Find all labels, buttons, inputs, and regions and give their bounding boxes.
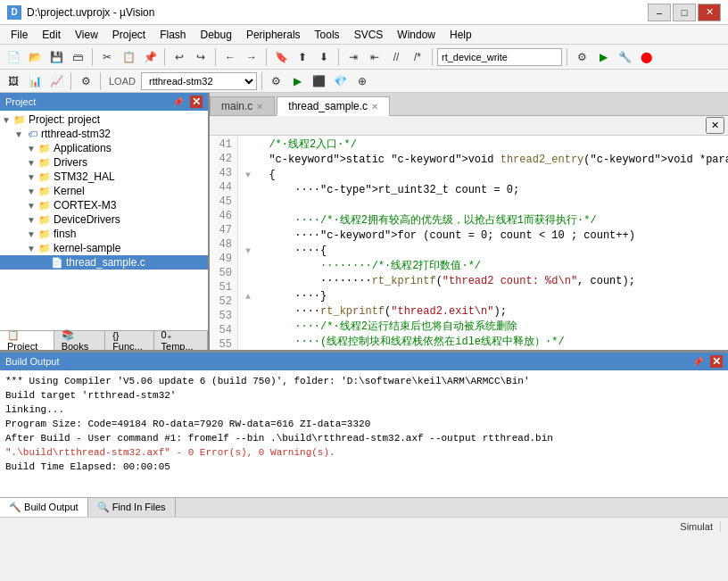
menu-item-window[interactable]: Window bbox=[390, 27, 443, 43]
tree-item-label: STM32_HAL bbox=[54, 170, 115, 183]
menu-item-peripherals[interactable]: Peripherals bbox=[239, 27, 308, 43]
t2-btn8[interactable]: 💎 bbox=[331, 71, 351, 91]
debug-start-button[interactable]: ▶ bbox=[593, 47, 613, 67]
open-button[interactable]: 📂 bbox=[25, 47, 45, 67]
new-file-button[interactable]: 📄 bbox=[4, 47, 23, 67]
t2-btn6[interactable]: ▶ bbox=[288, 71, 308, 91]
tree-item-stm32-hal[interactable]: ▼📁STM32_HAL bbox=[0, 170, 208, 184]
code-line[interactable]: ▼ { bbox=[245, 168, 721, 183]
debug-config-button[interactable]: ⚙ bbox=[572, 47, 592, 67]
nav-back-button[interactable]: ← bbox=[220, 47, 240, 67]
paste-button[interactable]: 📌 bbox=[140, 47, 160, 67]
code-line[interactable]: "c-keyword">static "c-keyword">void thre… bbox=[245, 153, 721, 168]
project-tree[interactable]: ▼📁Project: project▼🏷rtthread-stm32▼📁Appl… bbox=[0, 111, 208, 330]
code-line[interactable]: ········rt_kprintf("thread2 count: %d\n"… bbox=[245, 274, 721, 289]
code-line[interactable]: ▼ ····{ bbox=[245, 244, 721, 259]
save-all-button[interactable]: 🗃 bbox=[68, 47, 87, 67]
redo-button[interactable]: ↪ bbox=[191, 47, 211, 67]
indent-button[interactable]: ⇥ bbox=[343, 47, 363, 67]
code-tab-thread-sample-c[interactable]: thread_sample.c✕ bbox=[277, 96, 390, 116]
code-line[interactable]: ········/*·线程2打印数值·*/ bbox=[245, 259, 721, 274]
menu-item-project[interactable]: Project bbox=[105, 27, 153, 43]
tree-item-cortex-m3[interactable]: ▼📁CORTEX-M3 bbox=[0, 198, 208, 212]
pin-icon[interactable]: 📌 bbox=[172, 97, 183, 107]
t2-btn4[interactable]: ⚙ bbox=[76, 71, 95, 91]
t2-btn5[interactable]: ⚙ bbox=[267, 71, 286, 91]
code-line[interactable]: ····"c-type">rt_uint32_t count = 0; bbox=[245, 183, 721, 198]
line-number: 41 bbox=[213, 137, 232, 152]
status-simulat: Simulat bbox=[673, 521, 721, 532]
nav-forward-button[interactable]: → bbox=[242, 47, 261, 67]
menu-item-flash[interactable]: Flash bbox=[153, 27, 193, 43]
build-pin-icon[interactable]: 📌 bbox=[692, 357, 703, 367]
t2-btn1[interactable]: 🖼 bbox=[4, 71, 23, 91]
code-line[interactable]: ····rt_kprintf("thread2.exit\n"); bbox=[245, 304, 721, 320]
panel-tab-books[interactable]: 📚 Books bbox=[54, 331, 106, 350]
menu-item-edit[interactable]: Edit bbox=[35, 27, 68, 43]
tree-item-label: Kernel bbox=[54, 185, 85, 197]
build-output-header: Build Output 📌 ✕ bbox=[0, 353, 728, 370]
tree-item-devicedrivers[interactable]: ▼📁DeviceDrivers bbox=[0, 212, 208, 227]
code-line[interactable]: ····/*·线程2运行结束后也将自动被系统删除 bbox=[245, 320, 721, 335]
panel-tab-project[interactable]: 📋 Project bbox=[0, 331, 54, 350]
code-line[interactable]: ····(线程控制块和线程栈依然在idle线程中释放）·*/ bbox=[245, 335, 721, 350]
tree-item-drivers[interactable]: ▼📁Drivers bbox=[0, 155, 208, 170]
menu-item-svcs[interactable]: SVCS bbox=[347, 27, 391, 43]
prev-bookmark-button[interactable]: ⬆ bbox=[293, 47, 312, 67]
t2-btn7[interactable]: ⬛ bbox=[310, 71, 329, 91]
tree-item-thread-sample-c[interactable]: 📄thread_sample.c bbox=[0, 255, 208, 270]
code-content-area[interactable]: 4142434445464748495051525354555657 /*·线程… bbox=[210, 136, 728, 350]
line-number: 49 bbox=[213, 252, 232, 266]
menu-item-tools[interactable]: Tools bbox=[308, 27, 347, 43]
build-tab-find-in-files[interactable]: 🔍 Find In Files bbox=[88, 498, 176, 517]
code-line[interactable]: /*·线程2入口·*/ bbox=[245, 137, 721, 153]
close-button[interactable]: ✕ bbox=[698, 4, 721, 21]
minimize-button[interactable]: – bbox=[648, 4, 671, 21]
t2-btn3[interactable]: 📈 bbox=[46, 71, 66, 91]
cut-button[interactable]: ✂ bbox=[97, 47, 117, 67]
tree-item-kernel-sample[interactable]: ▼📁kernel-sample bbox=[0, 241, 208, 255]
copy-button[interactable]: 📋 bbox=[119, 47, 138, 67]
status-bar: Simulat bbox=[0, 517, 728, 535]
save-button[interactable]: 💾 bbox=[46, 47, 66, 67]
tree-item-label: kernel-sample bbox=[54, 242, 120, 254]
code-line[interactable]: ····/*·线程2拥有较高的优先级，以抢占线程1而获得执行·*/ bbox=[245, 213, 721, 228]
comment-button[interactable]: // bbox=[386, 47, 406, 67]
next-bookmark-button[interactable]: ⬇ bbox=[314, 47, 334, 67]
panel-tab-0--temp---[interactable]: 0₊ Temp... bbox=[154, 331, 208, 350]
target-dropdown[interactable]: rtthread-stm32 bbox=[141, 72, 257, 90]
maximize-button[interactable]: □ bbox=[673, 4, 696, 21]
function-search-input[interactable] bbox=[437, 48, 562, 66]
outdent-button[interactable]: ⇤ bbox=[365, 47, 385, 67]
t2-btn2[interactable]: 📊 bbox=[25, 71, 45, 91]
code-line[interactable]: ····"c-keyword">for (count = 0; count < … bbox=[245, 228, 721, 244]
menu-item-view[interactable]: View bbox=[68, 27, 105, 43]
code-line[interactable] bbox=[245, 198, 721, 213]
tree-item-rtthread-stm32[interactable]: ▼🏷rtthread-stm32 bbox=[0, 127, 208, 141]
code-tab-main-c[interactable]: main.c✕ bbox=[210, 96, 275, 115]
debug-extra-button[interactable]: 🔧 bbox=[615, 47, 634, 67]
tree-item-kernel[interactable]: ▼📁Kernel bbox=[0, 184, 208, 198]
panel-close-icon[interactable]: ✕ bbox=[190, 95, 203, 108]
t2-btn9[interactable]: ⊕ bbox=[352, 71, 372, 91]
menu-item-help[interactable]: Help bbox=[443, 27, 479, 43]
tree-item-finsh[interactable]: ▼📁finsh bbox=[0, 227, 208, 241]
panel-tab----func---[interactable]: {} Func... bbox=[105, 331, 153, 350]
uncomment-button[interactable]: /* bbox=[408, 47, 427, 67]
build-close-icon[interactable]: ✕ bbox=[710, 355, 723, 368]
stop-button[interactable]: ⬤ bbox=[636, 47, 656, 67]
tree-item-label: Project: project bbox=[29, 113, 100, 126]
code-panel-close-btn[interactable]: ✕ bbox=[706, 117, 724, 134]
menu-item-debug[interactable]: Debug bbox=[194, 27, 239, 43]
code-lines-area[interactable]: /*·线程2入口·*/ "c-keyword">static "c-keywor… bbox=[238, 136, 728, 350]
undo-button[interactable]: ↩ bbox=[170, 47, 189, 67]
menu-item-file[interactable]: File bbox=[4, 27, 35, 43]
toolbar-sep-4 bbox=[266, 48, 267, 66]
bookmark-button[interactable]: 🔖 bbox=[271, 47, 291, 67]
tree-item-applications[interactable]: ▼📁Applications bbox=[0, 141, 208, 155]
code-line[interactable]: ▲ ····} bbox=[245, 289, 721, 304]
tree-item-project--project[interactable]: ▼📁Project: project bbox=[0, 112, 208, 127]
toolbar-sep-6 bbox=[432, 48, 433, 66]
build-line: After Build - User command #1: fromelf -… bbox=[5, 431, 723, 445]
build-tab-build-output[interactable]: 🔨 Build Output bbox=[0, 498, 88, 517]
